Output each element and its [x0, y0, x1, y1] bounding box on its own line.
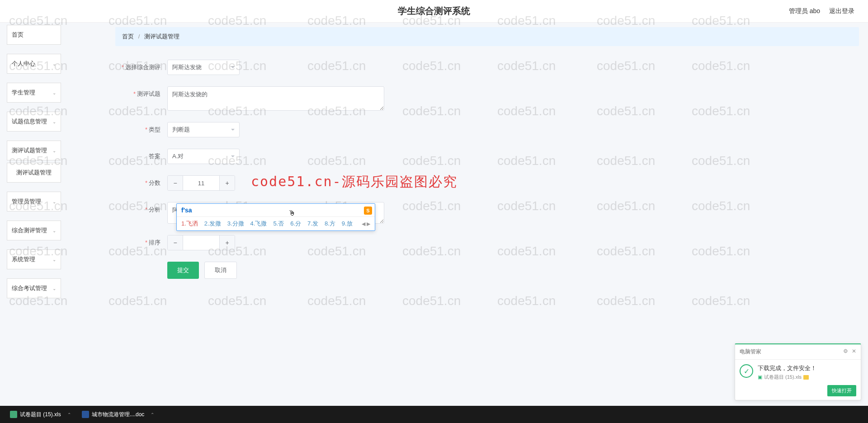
app-title: 学生综合测评系统 [398, 5, 470, 17]
gear-icon[interactable]: ⚙ [843, 348, 848, 356]
submit-button[interactable]: 提交 [167, 262, 199, 279]
score-input[interactable] [183, 176, 219, 190]
sidebar-item-eval[interactable]: 综合测评管理⌄ [7, 221, 61, 240]
chevron-down-icon: ⌄ [52, 199, 56, 204]
taskbar-item-xls[interactable]: 试卷题目 (15).xls ⌃ [5, 406, 76, 423]
chevron-down-icon: ⌄ [52, 257, 56, 262]
sort-input[interactable] [183, 235, 219, 250]
score-plus-button[interactable]: + [219, 176, 235, 190]
sidebar-item-home[interactable]: 首页 [7, 25, 61, 45]
breadcrumb: 首页 / 测评试题管理 [115, 27, 859, 46]
select-eval-dropdown[interactable]: 阿斯达发烧 [167, 60, 240, 75]
chevron-down-icon: ⌄ [52, 228, 56, 233]
watermark: code51.cn [497, 294, 556, 308]
chevron-down-icon: ⌄ [52, 148, 56, 153]
question-textarea[interactable] [167, 86, 384, 111]
ime-candidates[interactable]: 1.飞洒 2.发撒 3.分撒 4.飞撒 5.否 6.分 7.发 8.方 9.放 … [177, 217, 375, 230]
form: *选择综合测评 阿斯达发烧 *测评试题 *类型 判断题 答案 A.对 *分数 −… [115, 60, 859, 279]
close-icon[interactable]: ✕ [852, 348, 856, 356]
sort-plus-button[interactable]: + [219, 235, 235, 250]
folder-icon[interactable] [803, 375, 809, 380]
sidebar-item-admin[interactable]: 管理员管理⌄ [7, 192, 61, 212]
sort-stepper: − + [167, 235, 235, 250]
sidebar-item-profile[interactable]: 个人中心⌄ [7, 54, 61, 74]
chevron-up-icon: ⌃ [67, 412, 71, 417]
sort-minus-button[interactable]: − [168, 235, 183, 250]
taskbar-item-doc[interactable]: 城市物流港管理....doc ⌃ [76, 406, 160, 423]
breadcrumb-home[interactable]: 首页 [122, 33, 134, 40]
watermark: code51.cn [108, 294, 167, 308]
sidebar-item-eval-question[interactable]: 测评试题管理⌄ [7, 141, 61, 160]
answer-dropdown[interactable]: A.对 [167, 149, 240, 164]
taskbar: 试卷题目 (15).xls ⌃ 城市物流港管理....doc ⌃ [0, 406, 868, 423]
app-header: 学生综合测评系统 管理员 abo 退出登录 [0, 0, 868, 23]
chevron-down-icon: ⌄ [52, 119, 56, 124]
header-right: 管理员 abo 退出登录 [789, 7, 854, 15]
logout-link[interactable]: 退出登录 [829, 7, 854, 15]
toast-title: 电脑管家 [740, 348, 761, 356]
ime-popup: S f'sa 1.飞洒 2.发撒 3.分撒 4.飞撒 5.否 6.分 7.发 8… [176, 203, 375, 231]
score-minus-button[interactable]: − [168, 176, 183, 190]
sidebar-item-exam[interactable]: 综合考试管理⌄ [7, 278, 61, 298]
watermark: code51.cn [692, 294, 750, 308]
sidebar-sub-eval-question[interactable]: 测评试题管理 [7, 163, 61, 183]
ime-composition: f'sa [177, 204, 375, 217]
chevron-up-icon: ⌃ [151, 412, 154, 417]
main-panel: 首页 / 测评试题管理 *选择综合测评 阿斯达发烧 *测评试题 *类型 判断题 … [115, 27, 859, 279]
watermark: code51.cn [597, 294, 655, 308]
toast-message: 下载完成，文件安全！ [758, 364, 816, 372]
cancel-button[interactable]: 取消 [204, 262, 237, 279]
ime-page-icon[interactable]: ◀ ▶ [362, 221, 370, 227]
watermark: code51.cn [402, 294, 461, 308]
watermark: code51.cn [307, 294, 366, 308]
ime-logo-icon: S [364, 207, 372, 215]
sidebar-item-question-info[interactable]: 试题信息管理⌄ [7, 112, 61, 132]
toast-open-button[interactable]: 快速打开 [827, 385, 856, 396]
excel-icon [10, 411, 17, 418]
watermark: code51.cn [208, 294, 266, 308]
sidebar: 首页 个人中心⌄ 学生管理⌄ 试题信息管理⌄ 测评试题管理⌄ 测评试题管理 管理… [7, 25, 61, 307]
score-stepper: − + [167, 175, 235, 191]
type-dropdown[interactable]: 判断题 [167, 122, 240, 137]
sidebar-item-student[interactable]: 学生管理⌄ [7, 83, 61, 103]
shield-check-icon: ✓ [740, 364, 753, 378]
sidebar-item-system[interactable]: 系统管理⌄ [7, 249, 61, 269]
chevron-down-icon: ⌄ [52, 90, 56, 95]
user-label[interactable]: 管理员 abo [789, 7, 820, 15]
breadcrumb-current: 测评试题管理 [144, 33, 179, 40]
toast-file: ▣ 试卷题目 (15).xls [758, 374, 816, 381]
chevron-down-icon: ⌄ [52, 61, 56, 66]
download-toast: 电脑管家 ⚙ ✕ ✓ 下载完成，文件安全！ ▣ 试卷题目 (15).xls 快速… [735, 343, 861, 400]
word-icon [82, 411, 89, 418]
chevron-down-icon: ⌄ [52, 286, 56, 291]
